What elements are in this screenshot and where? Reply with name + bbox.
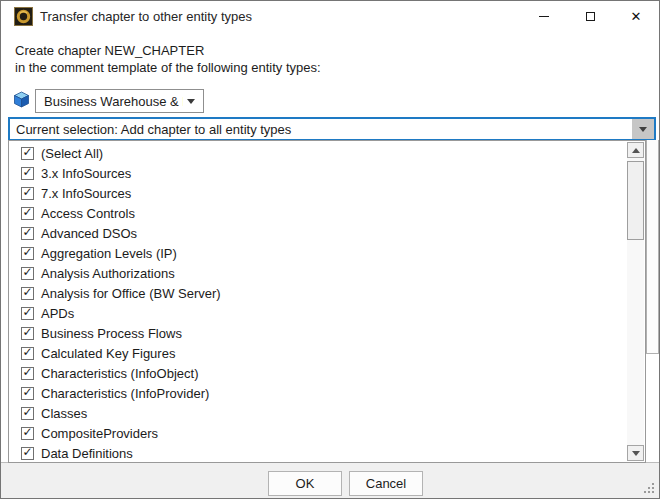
close-button[interactable]: ✕ (613, 1, 659, 32)
checkbox-checked[interactable]: ✓ (21, 287, 34, 300)
entity-system-value: Business Warehouse & ERP (44, 94, 183, 109)
scrollbar-thumb[interactable] (627, 161, 644, 240)
check-icon: ✓ (22, 287, 32, 297)
list-item-label: (Select All) (41, 146, 103, 161)
check-icon: ✓ (22, 347, 32, 357)
cube-icon (13, 91, 30, 108)
checkbox-checked[interactable]: ✓ (21, 207, 34, 220)
list-item[interactable]: ✓ 3.x InfoSources (9, 163, 627, 183)
check-icon: ✓ (22, 247, 32, 257)
list-item[interactable]: ✓ 7.x InfoSources (9, 183, 627, 203)
check-icon: ✓ (22, 407, 32, 417)
list-item-label: Analysis for Office (BW Server) (41, 286, 221, 301)
checkbox-checked[interactable]: ✓ (21, 347, 34, 360)
selection-combobox-value: Current selection: Add chapter to all en… (16, 122, 291, 137)
check-icon: ✓ (22, 367, 32, 377)
checkbox-checked[interactable]: ✓ (21, 387, 34, 400)
list-item-label: Analysis Authorizations (41, 266, 175, 281)
list-item[interactable]: ✓ Calculated Key Figures (9, 343, 627, 363)
check-icon: ✓ (22, 427, 32, 437)
list-item-label: Access Controls (41, 206, 135, 221)
list-item[interactable]: ✓ Business Process Flows (9, 323, 627, 343)
entity-system-dropdown[interactable]: Business Warehouse & ERP (35, 89, 204, 113)
checkbox-checked[interactable]: ✓ (21, 267, 34, 280)
list-item-label: Classes (41, 406, 87, 421)
check-icon: ✓ (22, 167, 32, 177)
check-icon: ✓ (22, 147, 32, 157)
checkbox-checked[interactable]: ✓ (21, 367, 34, 380)
triangle-up-icon (632, 148, 640, 153)
checkbox-checked[interactable]: ✓ (21, 247, 34, 260)
list-item-select-all[interactable]: ✓ (Select All) (9, 143, 627, 163)
list-item-label: Advanced DSOs (41, 226, 137, 241)
app-icon (14, 7, 33, 26)
window-controls: ✕ (521, 1, 659, 32)
minimize-button[interactable] (521, 1, 567, 32)
list-item[interactable]: ✓ Characteristics (InfoProvider) (9, 383, 627, 403)
scroll-down-button[interactable] (627, 445, 644, 461)
intro-text: Create chapter NEW_CHAPTER in the commen… (15, 42, 321, 76)
check-icon: ✓ (22, 227, 32, 237)
list-item-label: 7.x InfoSources (41, 186, 131, 201)
list-item-label: APDs (41, 306, 74, 321)
checkbox-checked[interactable]: ✓ (21, 147, 34, 160)
list-item[interactable]: ✓ Advanced DSOs (9, 223, 627, 243)
cancel-button[interactable]: Cancel (349, 471, 423, 496)
check-icon: ✓ (22, 307, 32, 317)
triangle-down-icon (632, 451, 640, 456)
list-item-label: 3.x InfoSources (41, 166, 131, 181)
list-scrollbar[interactable] (627, 142, 644, 461)
checkbox-checked[interactable]: ✓ (21, 427, 34, 440)
chevron-down-icon (639, 127, 647, 132)
ok-button[interactable]: OK (268, 471, 342, 496)
check-icon: ✓ (22, 447, 32, 457)
selection-combobox-dropdown-button[interactable] (632, 119, 654, 139)
checkbox-checked[interactable]: ✓ (21, 187, 34, 200)
list-item[interactable]: ✓ Analysis for Office (BW Server) (9, 283, 627, 303)
scroll-up-button[interactable] (627, 142, 644, 158)
check-icon: ✓ (22, 207, 32, 217)
list-item-label: Characteristics (InfoProvider) (41, 386, 209, 401)
background-table-scrollbar (646, 140, 659, 354)
window-title: Transfer chapter to other entity types (40, 1, 252, 32)
list-item[interactable]: ✓ Access Controls (9, 203, 627, 223)
list-item[interactable]: ✓ Data Definitions (9, 443, 627, 462)
check-icon: ✓ (22, 327, 32, 337)
maximize-icon (586, 12, 595, 21)
selection-combobox[interactable]: Current selection: Add chapter to all en… (8, 117, 656, 141)
minimize-icon (539, 16, 549, 17)
list-item[interactable]: ✓ CompositeProviders (9, 423, 627, 443)
list-item[interactable]: ✓ Characteristics (InfoObject) (9, 363, 627, 383)
list-item-label: Characteristics (InfoObject) (41, 366, 199, 381)
maximize-button[interactable] (567, 1, 613, 32)
list-item-label: Data Definitions (41, 446, 133, 461)
list-item-label: Calculated Key Figures (41, 346, 175, 361)
intro-line1: Create chapter NEW_CHAPTER (15, 42, 321, 59)
footer: OK Cancel (1, 462, 659, 498)
intro-line2: in the comment template of the following… (15, 59, 321, 76)
checkbox-checked[interactable]: ✓ (21, 227, 34, 240)
list-item-label: CompositeProviders (41, 426, 158, 441)
close-icon: ✕ (631, 10, 642, 23)
check-icon: ✓ (22, 187, 32, 197)
list-item[interactable]: ✓ Aggregation Levels (IP) (9, 243, 627, 263)
titlebar[interactable]: Transfer chapter to other entity types ✕ (1, 1, 659, 32)
checkbox-checked[interactable]: ✓ (21, 167, 34, 180)
checkbox-checked[interactable]: ✓ (21, 407, 34, 420)
list-item[interactable]: ✓ Analysis Authorizations (9, 263, 627, 283)
resize-grip[interactable] (643, 482, 655, 494)
entity-type-rows: ✓ (Select All) ✓ 3.x InfoSources ✓ 7.x I… (9, 142, 627, 462)
list-item-label: Aggregation Levels (IP) (41, 246, 177, 261)
checkbox-checked[interactable]: ✓ (21, 327, 34, 340)
check-icon: ✓ (22, 267, 32, 277)
chevron-down-icon (187, 99, 195, 104)
list-item-label: Business Process Flows (41, 326, 182, 341)
checkbox-checked[interactable]: ✓ (21, 307, 34, 320)
list-item[interactable]: ✓ Classes (9, 403, 627, 423)
list-item[interactable]: ✓ APDs (9, 303, 627, 323)
check-icon: ✓ (22, 387, 32, 397)
entity-type-dropdown-list: ✓ (Select All) ✓ 3.x InfoSources ✓ 7.x I… (8, 140, 646, 463)
transfer-chapter-dialog: Transfer chapter to other entity types ✕… (0, 0, 660, 499)
checkbox-checked[interactable]: ✓ (21, 447, 34, 460)
